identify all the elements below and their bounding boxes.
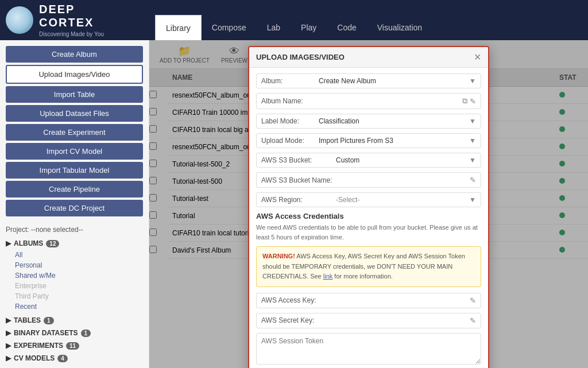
nav-bar: Library Compose Lab Play Code Visualizat… xyxy=(155,0,432,40)
nav-tab-play[interactable]: Play xyxy=(291,15,327,40)
albums-links: All Personal Shared w/Me Enterprise Thir… xyxy=(0,250,149,312)
sidebar-link-third-party[interactable]: Third Party xyxy=(6,291,149,301)
cv-models-section-header[interactable]: ▶ CV MODELS 4 xyxy=(0,352,149,365)
aws-bucket-name-row: AWS S3 Bucket Name: ✎ xyxy=(256,172,481,188)
aws-secret-key-edit-icon[interactable]: ✎ xyxy=(470,316,476,325)
create-experiment-button[interactable]: Create Experiment xyxy=(6,124,143,141)
aws-bucket-chevron-icon: ▼ xyxy=(469,156,476,164)
chevron-down-icon: ▼ xyxy=(469,77,476,85)
album-name-label: Album Name: xyxy=(261,97,319,105)
binary-datasets-section-header[interactable]: ▶ BINARY DATASETS 1 xyxy=(0,327,149,339)
upload-dataset-button[interactable]: Upload Dataset Files xyxy=(6,105,143,122)
aws-bucket-name-label: AWS S3 Bucket Name: xyxy=(261,176,336,184)
nav-tab-lab[interactable]: Lab xyxy=(257,15,291,40)
create-album-button[interactable]: Create Album xyxy=(6,46,143,63)
nav-tab-code[interactable]: Code xyxy=(327,15,366,40)
albums-badge: 12 xyxy=(46,240,59,247)
sidebar-link-enterprise[interactable]: Enterprise xyxy=(6,281,149,291)
aws-bucket-row[interactable]: AWS S3 Bucket: Custom ▼ xyxy=(256,153,481,168)
main-layout: Create Album Upload Images/Video Import … xyxy=(0,40,588,368)
label-mode-chevron-icon: ▼ xyxy=(469,117,476,125)
modal-overlay: UPLOAD IMAGES/VIDEO ✕ Album: Create New … xyxy=(149,40,588,368)
modal-header: UPLOAD IMAGES/VIDEO ✕ xyxy=(249,47,488,68)
upload-mode-chevron-icon: ▼ xyxy=(469,137,476,145)
aws-secret-key-row: AWS Secret Key: ✎ xyxy=(256,313,481,328)
cv-models-icon: ▶ xyxy=(6,354,11,362)
credentials-header: AWS Access Credentials xyxy=(256,212,481,220)
nav-tab-library[interactable]: Library xyxy=(155,15,202,40)
modal-body: Album: Create New Album ▼ Album Name: ⧉ … xyxy=(249,68,488,368)
aws-region-row[interactable]: AWS Region: -Select- ▼ xyxy=(256,192,481,207)
aws-access-key-input[interactable] xyxy=(336,296,467,304)
aws-session-token-input[interactable] xyxy=(256,333,481,365)
aws-secret-key-label: AWS Secret Key: xyxy=(261,316,336,324)
aws-access-key-edit-icon[interactable]: ✎ xyxy=(470,296,476,305)
create-pipeline-button[interactable]: Create Pipeline xyxy=(6,181,143,197)
tables-icon: ▶ xyxy=(6,316,11,324)
label-mode-label: Label Mode: xyxy=(261,117,319,125)
binary-badge: 1 xyxy=(81,330,91,337)
cv-models-label: CV MODELS xyxy=(14,354,55,362)
warning-bold-label: WARNING! xyxy=(262,253,295,259)
aws-bucket-name-input[interactable] xyxy=(336,176,467,184)
logo-deep: DEEP xyxy=(39,3,75,16)
warning-box: WARNING! AWS Access Key, AWS Secret Key … xyxy=(256,246,481,287)
binary-icon: ▶ xyxy=(6,329,11,337)
albums-icon: ▶ xyxy=(6,239,11,247)
album-label: Album: xyxy=(261,77,319,85)
albums-label: ALBUMS xyxy=(14,239,43,247)
tables-label: TABLES xyxy=(14,316,41,324)
sidebar-link-personal[interactable]: Personal xyxy=(6,260,149,270)
upload-mode-label: Upload Mode: xyxy=(261,137,319,145)
aws-region-label: AWS Region: xyxy=(261,196,336,204)
modal-title: UPLOAD IMAGES/VIDEO xyxy=(256,53,345,61)
logo-area: DEEP CORTEX Discovering Made by You xyxy=(6,3,155,38)
copy-icon[interactable]: ⧉ xyxy=(462,96,467,106)
sidebar-link-all[interactable]: All xyxy=(6,250,149,260)
modal: UPLOAD IMAGES/VIDEO ✕ Album: Create New … xyxy=(248,46,489,368)
album-row[interactable]: Album: Create New Album ▼ xyxy=(256,73,481,88)
logo-cortex: CORTEX xyxy=(39,16,94,29)
album-name-row: Album Name: ⧉ ✎ xyxy=(256,93,481,109)
nav-tab-compose[interactable]: Compose xyxy=(202,15,257,40)
sidebar-link-recent[interactable]: Recent xyxy=(6,301,149,312)
aws-access-key-label: AWS Access Key: xyxy=(261,296,336,304)
nav-tab-visualization[interactable]: Visualization xyxy=(367,15,432,40)
content-area: 📁 ADD TO PROJECT 👁 PREVIEW 🗑 TRASH ↗ SHA… xyxy=(149,40,588,368)
experiments-section-header[interactable]: ▶ EXPERIMENTS 11 xyxy=(0,339,149,352)
albums-section-header[interactable]: ▶ ALBUMS 12 xyxy=(0,237,149,250)
credentials-desc: We need AWS credentials to be able to pu… xyxy=(256,223,481,242)
sidebar-link-shared[interactable]: Shared w/Me xyxy=(6,270,149,281)
models-section-header[interactable]: ▶ MODELS xyxy=(0,365,149,368)
experiments-label: EXPERIMENTS xyxy=(14,342,63,350)
header: DEEP CORTEX Discovering Made by You Libr… xyxy=(0,0,588,40)
label-mode-row[interactable]: Label Mode: Classification ▼ xyxy=(256,114,481,129)
experiments-badge: 11 xyxy=(66,342,79,350)
edit-icon[interactable]: ✎ xyxy=(470,97,476,106)
tables-section-header[interactable]: ▶ TABLES 1 xyxy=(0,314,149,327)
logo-text: DEEP CORTEX Discovering Made by You xyxy=(39,3,104,38)
close-icon[interactable]: ✕ xyxy=(474,52,481,63)
warning-link[interactable]: link xyxy=(323,273,333,280)
aws-secret-key-input[interactable] xyxy=(336,316,467,324)
warning-text2: for more information. xyxy=(334,273,392,280)
album-name-input[interactable] xyxy=(319,97,460,105)
create-dc-project-button[interactable]: Create DC Project xyxy=(6,200,143,216)
tables-badge: 1 xyxy=(44,317,54,324)
sidebar: Create Album Upload Images/Video Import … xyxy=(0,40,149,368)
aws-bucket-value: Custom xyxy=(336,156,469,164)
aws-access-key-row: AWS Access Key: ✎ xyxy=(256,293,481,308)
import-table-button[interactable]: Import Table xyxy=(6,86,143,103)
album-value: Create New Album xyxy=(319,77,469,85)
aws-bucket-name-edit-icon[interactable]: ✎ xyxy=(470,176,476,184)
upload-mode-value: Import Pictures From S3 xyxy=(319,137,469,145)
aws-bucket-label: AWS S3 Bucket: xyxy=(261,156,336,164)
label-mode-value: Classification xyxy=(319,117,469,125)
import-cv-model-button[interactable]: Import CV Model xyxy=(6,143,143,160)
project-label: Project: --none selected-- xyxy=(0,222,149,237)
upload-mode-row[interactable]: Upload Mode: Import Pictures From S3 ▼ xyxy=(256,133,481,148)
aws-region-value: -Select- xyxy=(336,196,469,204)
import-tabular-model-button[interactable]: Import Tabular Model xyxy=(6,162,143,179)
logo-tagline: Discovering Made by You xyxy=(39,31,104,37)
upload-images-button[interactable]: Upload Images/Video xyxy=(6,65,143,84)
